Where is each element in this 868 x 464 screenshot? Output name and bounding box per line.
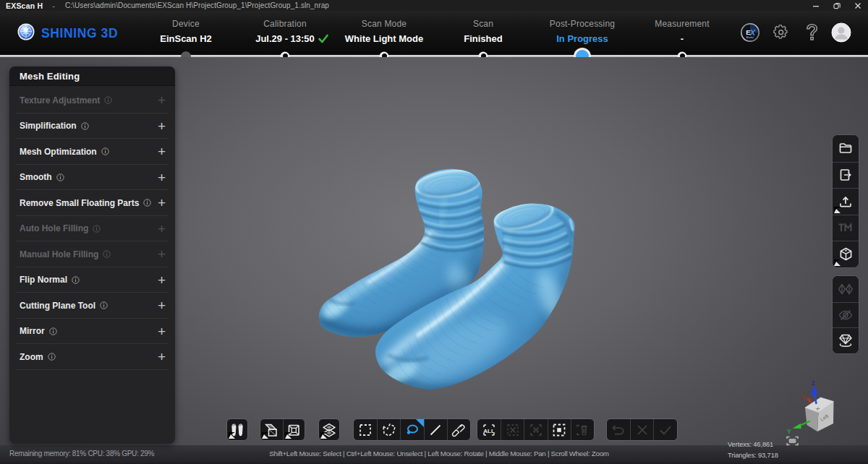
- triangles-count: Triangles: 93,718: [728, 452, 778, 459]
- expand-plus-icon[interactable]: +: [158, 247, 166, 261]
- tool-share-upload[interactable]: [833, 188, 859, 215]
- expand-plus-icon[interactable]: +: [158, 196, 166, 210]
- panel-item-label: Simplification: [20, 121, 77, 131]
- tool-model-list[interactable]: [227, 419, 247, 440]
- info-icon[interactable]: [104, 96, 112, 104]
- close-button[interactable]: [847, 0, 868, 11]
- bottom-toolbar-group-2: [260, 418, 305, 441]
- info-icon[interactable]: [100, 301, 108, 309]
- expand-plus-icon[interactable]: +: [158, 171, 166, 184]
- tool-invert-selection[interactable]: [548, 419, 571, 440]
- tool-layers[interactable]: [319, 419, 339, 440]
- settings-button[interactable]: [773, 25, 789, 43]
- memory-status: Remaining memory: 81% CPU: 38% GPU: 29%: [9, 450, 154, 457]
- maximize-button[interactable]: [826, 0, 847, 11]
- tool-open-project[interactable]: [833, 135, 859, 162]
- undo-icon: [610, 422, 626, 438]
- svg-text:ALL: ALL: [483, 427, 495, 434]
- titlebar: EXScan H - C:\Users\admin\Documents\EXSc…: [0, 0, 868, 11]
- tool-cancel[interactable]: [630, 419, 653, 440]
- rectsel-icon: [357, 422, 373, 438]
- exscan-window: EXScan H - C:\Users\admin\Documents\EXSc…: [0, 0, 868, 464]
- expand-plus-icon[interactable]: +: [158, 145, 166, 158]
- panel-item-smooth[interactable]: Smooth+: [9, 165, 175, 191]
- mouse-hint: Shift+Left Mouse: Select | Ctrl+Left Mou…: [269, 450, 608, 457]
- info-icon[interactable]: [48, 353, 56, 361]
- tool-select-all[interactable]: ALL: [477, 419, 501, 440]
- expand-plus-icon[interactable]: +: [158, 222, 166, 236]
- linesel-icon: [427, 422, 443, 438]
- tool-texture-mapping[interactable]: [833, 215, 859, 241]
- panel-item-mesh-optimization[interactable]: Mesh Optimization+: [9, 139, 175, 165]
- expand-plus-icon[interactable]: +: [158, 93, 166, 107]
- expand-plus-icon[interactable]: +: [158, 119, 166, 133]
- info-icon[interactable]: [103, 250, 111, 258]
- orientation-cube-gizmo[interactable]: XLeftXZY: [781, 379, 850, 451]
- tool-lasso-select[interactable]: [400, 419, 423, 440]
- window-controls: [805, 0, 868, 11]
- account-button[interactable]: [831, 22, 851, 46]
- tool-frame-cube[interactable]: [283, 419, 305, 440]
- mesh-stats: Vertexs: 46,861 Triangles: 93,718: [728, 441, 778, 463]
- twodiamond-icon: [838, 282, 854, 296]
- panel-item-texture-adjustment[interactable]: Texture Adjustment+: [9, 87, 175, 113]
- info-icon[interactable]: [143, 199, 151, 207]
- scanned-feet-model[interactable]: [289, 141, 593, 401]
- panel-item-auto-hole-filling[interactable]: Auto Hole Filling+: [9, 216, 175, 242]
- exmodel-badge[interactable]: EXModel: [740, 22, 760, 46]
- panel-item-flip-normal[interactable]: Flip Normal+: [9, 267, 175, 293]
- tool-confirm[interactable]: [653, 419, 676, 440]
- submenu-corner-mark: [834, 259, 841, 266]
- info-icon[interactable]: [81, 122, 89, 130]
- tool-expand-selection[interactable]: [524, 419, 547, 440]
- info-icon[interactable]: [93, 225, 101, 233]
- tool-rect-select[interactable]: [354, 419, 377, 440]
- tool-hide-object[interactable]: [833, 302, 859, 328]
- tool-cut-plane[interactable]: [260, 419, 283, 440]
- panel-item-zoom[interactable]: Zoom+: [9, 344, 175, 370]
- panel-item-cutting-plane-tool[interactable]: Cutting Plane Tool+: [9, 293, 175, 319]
- info-icon[interactable]: [56, 173, 64, 181]
- expand-plus-icon[interactable]: +: [158, 298, 166, 312]
- tool-brush-select[interactable]: [447, 419, 470, 440]
- active-tool-corner-mark: [416, 419, 424, 427]
- info-icon[interactable]: [101, 147, 109, 155]
- tool-polygon-select[interactable]: [377, 419, 400, 440]
- help-button[interactable]: [805, 23, 820, 45]
- tool-export-data[interactable]: [833, 162, 859, 189]
- panel-item-mirror[interactable]: Mirror+: [9, 319, 175, 345]
- panel-title: Mesh Editing: [20, 71, 80, 82]
- panel-item-label: Texture Adjustment: [20, 95, 100, 106]
- minimize-button[interactable]: [805, 0, 826, 11]
- right-toolbar-view: [832, 275, 859, 354]
- bottom-toolbar-group-3: [318, 418, 340, 441]
- brush-icon: [451, 422, 467, 438]
- tool-show-quality[interactable]: [833, 327, 859, 353]
- axis-y: Y: [787, 421, 810, 436]
- panel-item-label: Zoom: [20, 352, 43, 362]
- tool-undo[interactable]: [607, 419, 630, 440]
- deselect-icon: [505, 422, 521, 438]
- info-icon[interactable]: [72, 276, 80, 284]
- gem-icon: [837, 332, 854, 348]
- tool-delete-selection[interactable]: [571, 419, 594, 440]
- invertsel-icon: [551, 422, 567, 438]
- tool-third-party[interactable]: [833, 241, 859, 267]
- tool-deselect-all[interactable]: [501, 419, 524, 440]
- info-icon[interactable]: [49, 327, 57, 335]
- expand-plus-icon[interactable]: +: [158, 325, 166, 338]
- expand-icon: [528, 422, 544, 438]
- panel-item-manual-hole-filling[interactable]: Manual Hole Filling+: [9, 241, 175, 267]
- tool-line-select[interactable]: [424, 419, 447, 440]
- panel-item-remove-small-floating-parts[interactable]: Remove Small Floating Parts+: [9, 190, 175, 216]
- title-separator: -: [52, 1, 55, 10]
- expand-plus-icon[interactable]: +: [158, 350, 166, 364]
- panel-item-label: Auto Hole Filling: [20, 223, 88, 233]
- panel-item-simplification[interactable]: Simplification+: [9, 113, 175, 139]
- trashsel-icon: [574, 422, 590, 438]
- vertices-count: Vertexs: 46,861: [728, 441, 778, 448]
- tool-mesh-compare[interactable]: [833, 276, 859, 302]
- navbar: SHINING 3D DeviceEinScan H2CalibrationJu…: [0, 11, 868, 57]
- polysel-icon: [381, 422, 397, 438]
- expand-plus-icon[interactable]: +: [158, 273, 166, 287]
